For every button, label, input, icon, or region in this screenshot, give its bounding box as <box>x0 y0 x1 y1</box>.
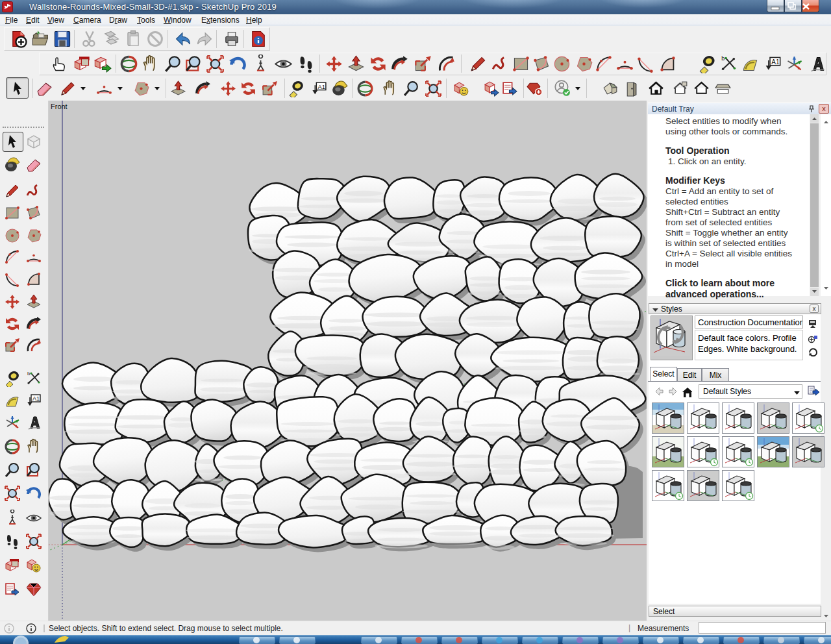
svg-text:b: b <box>721 55 725 62</box>
svg-text:A1: A1 <box>771 58 780 66</box>
svg-text:Front: Front <box>51 103 68 110</box>
svg-text:A1: A1 <box>317 84 325 90</box>
svg-text:b: b <box>27 371 31 377</box>
svg-text:A1: A1 <box>32 395 40 402</box>
